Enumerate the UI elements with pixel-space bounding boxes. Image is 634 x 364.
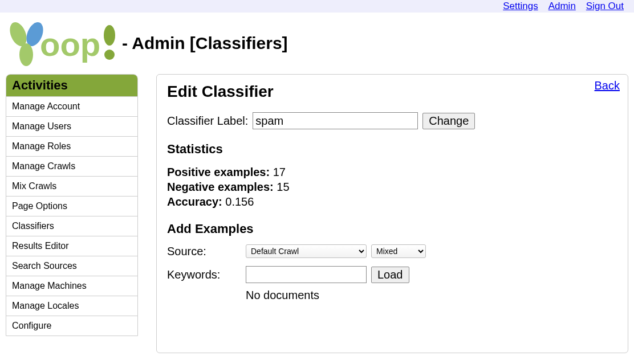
source-select[interactable]: Default Crawl xyxy=(246,244,367,258)
sidebar-item-manage-users[interactable]: Manage Users xyxy=(6,117,137,137)
svg-point-5 xyxy=(104,50,115,60)
mixed-select[interactable]: Mixed xyxy=(371,244,426,258)
yioop-logo: oop xyxy=(5,17,119,69)
main-heading: Edit Classifier xyxy=(167,83,617,101)
no-documents-message: No documents xyxy=(246,289,617,302)
sidebar-item-manage-roles[interactable]: Manage Roles xyxy=(6,137,137,157)
keywords-input[interactable] xyxy=(246,266,367,283)
add-examples-heading: Add Examples xyxy=(167,222,617,236)
classifier-label-label: Classifier Label: xyxy=(167,114,248,128)
sidebar-item-manage-crawls[interactable]: Manage Crawls xyxy=(6,157,137,177)
svg-text:oop: oop xyxy=(40,26,100,63)
signout-link[interactable]: Sign Out xyxy=(586,1,624,12)
sidebar-item-page-options[interactable]: Page Options xyxy=(6,197,137,216)
top-nav: Settings Admin Sign Out xyxy=(0,0,634,13)
page-header: oop - Admin [Classifiers] xyxy=(0,13,634,72)
page-title: - Admin [Classifiers] xyxy=(122,34,288,53)
sidebar-item-configure[interactable]: Configure xyxy=(6,316,137,336)
main-panel: Back Edit Classifier Classifier Label: C… xyxy=(156,74,628,353)
load-button[interactable]: Load xyxy=(371,267,409,283)
sidebar-item-manage-account[interactable]: Manage Account xyxy=(6,97,137,117)
svg-point-2 xyxy=(19,43,33,66)
admin-link[interactable]: Admin xyxy=(548,1,576,12)
settings-link[interactable]: Settings xyxy=(503,1,538,12)
sidebar-item-search-sources[interactable]: Search Sources xyxy=(6,256,137,276)
accuracy-label: Accuracy: xyxy=(167,195,222,208)
sidebar-title: Activities xyxy=(6,75,137,97)
neg-examples-value: 15 xyxy=(277,181,289,193)
sidebar-item-results-editor[interactable]: Results Editor xyxy=(6,236,137,256)
change-button[interactable]: Change xyxy=(422,113,475,129)
neg-examples-label: Negative examples: xyxy=(167,181,274,193)
keywords-label: Keywords: xyxy=(167,268,241,281)
statistics-heading: Statistics xyxy=(167,142,617,157)
sidebar-item-classifiers[interactable]: Classifiers xyxy=(6,216,137,236)
source-label: Source: xyxy=(167,245,241,258)
sidebar-item-manage-locales[interactable]: Manage Locales xyxy=(6,296,137,316)
sidebar-item-mix-crawls[interactable]: Mix Crawls xyxy=(6,177,137,197)
sidebar-item-manage-machines[interactable]: Manage Machines xyxy=(6,276,137,296)
pos-examples-value: 17 xyxy=(273,166,286,178)
classifier-label-input[interactable] xyxy=(253,112,418,129)
pos-examples-label: Positive examples: xyxy=(167,166,270,178)
sidebar: Activities Manage Account Manage Users M… xyxy=(6,74,138,336)
accuracy-value: 0.156 xyxy=(225,195,254,208)
statistics-block: Positive examples: 17 Negative examples:… xyxy=(167,165,617,209)
svg-point-4 xyxy=(104,25,115,46)
back-link[interactable]: Back xyxy=(595,79,620,92)
